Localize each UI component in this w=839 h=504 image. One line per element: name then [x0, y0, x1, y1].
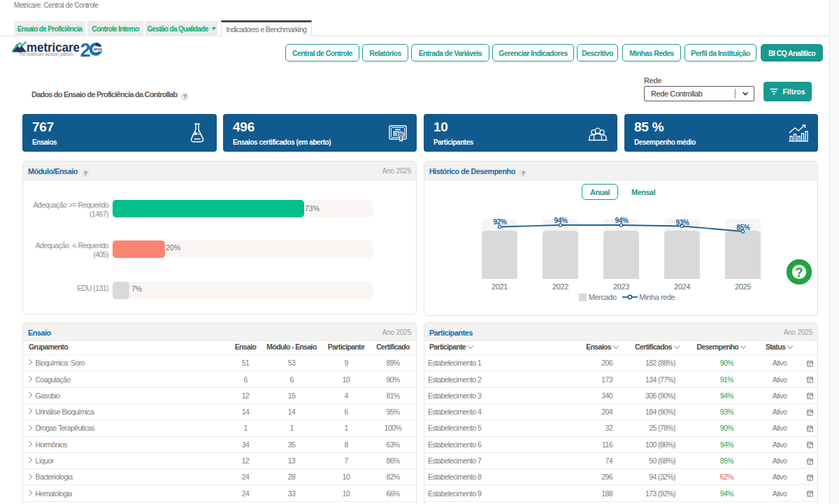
svg-text:?: ? — [796, 266, 803, 280]
svg-text:2: 2 — [80, 40, 91, 61]
svg-text:anos: anos — [94, 47, 103, 51]
svg-text:The healthcare decision platfo: The healthcare decision platform — [19, 52, 73, 57]
